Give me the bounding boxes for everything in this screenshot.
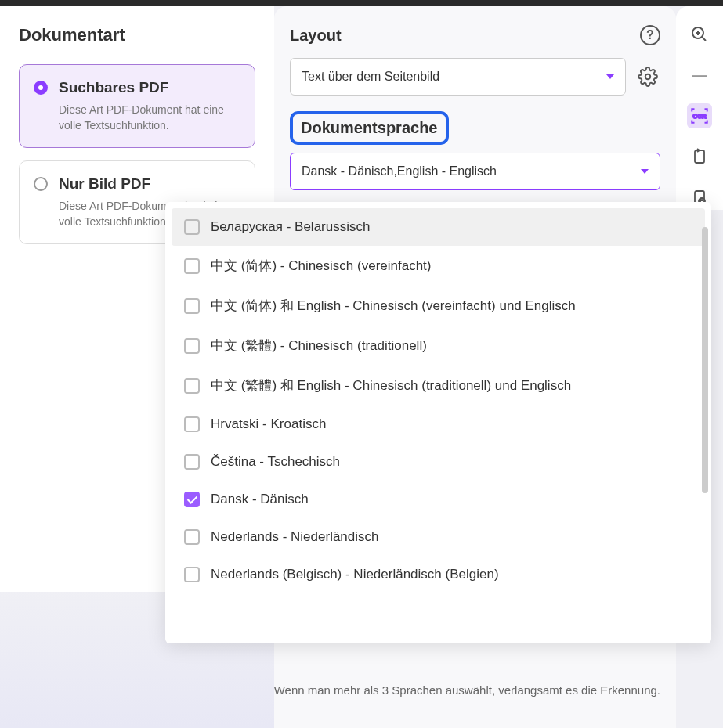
layout-label: Layout xyxy=(290,27,342,45)
svg-point-0 xyxy=(645,74,651,80)
svg-line-2 xyxy=(702,37,706,41)
checkbox-icon xyxy=(184,416,200,432)
checkbox-icon xyxy=(184,529,200,545)
language-select-value: Dansk - Dänisch,English - Englisch xyxy=(302,164,497,178)
language-option[interactable]: 中文 (简体) - Chinesisch (vereinfacht) xyxy=(172,246,705,286)
language-option[interactable]: 中文 (繁體) - Chinesisch (traditionell) xyxy=(172,326,705,366)
language-label: Nederlands - Niederländisch xyxy=(211,529,379,545)
minimize-icon[interactable]: — xyxy=(687,63,712,88)
checkbox-icon xyxy=(184,567,200,582)
checkbox-icon xyxy=(184,219,200,235)
zoom-icon[interactable] xyxy=(687,22,712,47)
radio-icon xyxy=(34,177,48,191)
language-option[interactable]: 中文 (繁體) 和 English - Chinesisch (traditio… xyxy=(172,366,705,405)
ocr-icon[interactable]: OCR xyxy=(687,103,712,128)
checkbox-icon xyxy=(184,454,200,470)
layout-select-value: Text über dem Seitenbild xyxy=(302,70,439,84)
document-language-label-highlight: Dokumentsprache xyxy=(290,111,449,145)
checkbox-icon xyxy=(184,338,200,354)
language-label: 中文 (简体) 和 English - Chinesisch (vereinfa… xyxy=(211,297,576,315)
language-option[interactable]: 中文 (简体) 和 English - Chinesisch (vereinfa… xyxy=(172,286,705,326)
scrollbar[interactable] xyxy=(702,227,708,493)
checkbox-icon xyxy=(184,258,200,274)
language-label: 中文 (繁體) 和 English - Chinesisch (traditio… xyxy=(211,377,571,395)
card-title: Suchbares PDF xyxy=(59,79,240,96)
window-titlebar xyxy=(0,0,723,6)
side-toolbar: — OCR xyxy=(676,6,723,210)
language-warning: Wenn man mehr als 3 Sprachen auswählt, v… xyxy=(274,683,660,697)
language-label: Čeština - Tschechisch xyxy=(211,454,340,470)
help-icon[interactable]: ? xyxy=(640,25,660,45)
language-option[interactable]: Nederlands (Belgisch) - Niederländisch (… xyxy=(172,556,705,593)
language-label: Dansk - Dänisch xyxy=(211,492,309,507)
layout-select[interactable]: Text über dem Seitenbild xyxy=(290,58,626,96)
language-option[interactable]: Беларуская - Belarussisch xyxy=(172,208,705,246)
language-label: Nederlands (Belgisch) - Niederländisch (… xyxy=(211,567,499,582)
language-option[interactable]: Hrvatski - Kroatisch xyxy=(172,405,705,443)
card-title: Nur Bild PDF xyxy=(59,175,240,193)
language-option[interactable]: Nederlands - Niederländisch xyxy=(172,518,705,556)
language-label: Hrvatski - Kroatisch xyxy=(211,416,326,432)
language-list[interactable]: Беларуская - Belarussisch 中文 (简体) - Chin… xyxy=(165,202,711,643)
language-label: 中文 (繁體) - Chinesisch (traditionell) xyxy=(211,337,427,355)
rotate-icon[interactable] xyxy=(687,144,712,169)
chevron-down-icon xyxy=(641,169,649,174)
document-type-heading: Dokumentart xyxy=(19,25,255,45)
language-select[interactable]: Dansk - Dänisch,English - Englisch xyxy=(290,153,660,190)
checkbox-icon xyxy=(184,378,200,394)
document-language-label: Dokumentsprache xyxy=(301,119,438,136)
language-label: 中文 (简体) - Chinesisch (vereinfacht) xyxy=(211,257,432,275)
card-desc: Diese Art PDF-Dokument hat eine volle Te… xyxy=(59,103,240,133)
svg-rect-6 xyxy=(695,150,704,163)
checkbox-icon xyxy=(184,492,200,507)
svg-text:OCR: OCR xyxy=(693,113,707,120)
doc-type-card[interactable]: Suchbares PDF Diese Art PDF-Dokument hat… xyxy=(19,64,255,148)
language-dropdown: Беларуская - Belarussisch 中文 (简体) - Chin… xyxy=(165,202,711,643)
language-option[interactable]: Dansk - Dänisch xyxy=(172,481,705,518)
radio-icon xyxy=(34,81,48,95)
checkbox-icon xyxy=(184,298,200,314)
settings-button[interactable] xyxy=(635,64,660,89)
chevron-down-icon xyxy=(606,74,614,79)
gear-icon xyxy=(638,67,658,87)
language-label: Беларуская - Belarussisch xyxy=(211,219,370,235)
language-option[interactable]: Čeština - Tschechisch xyxy=(172,443,705,481)
